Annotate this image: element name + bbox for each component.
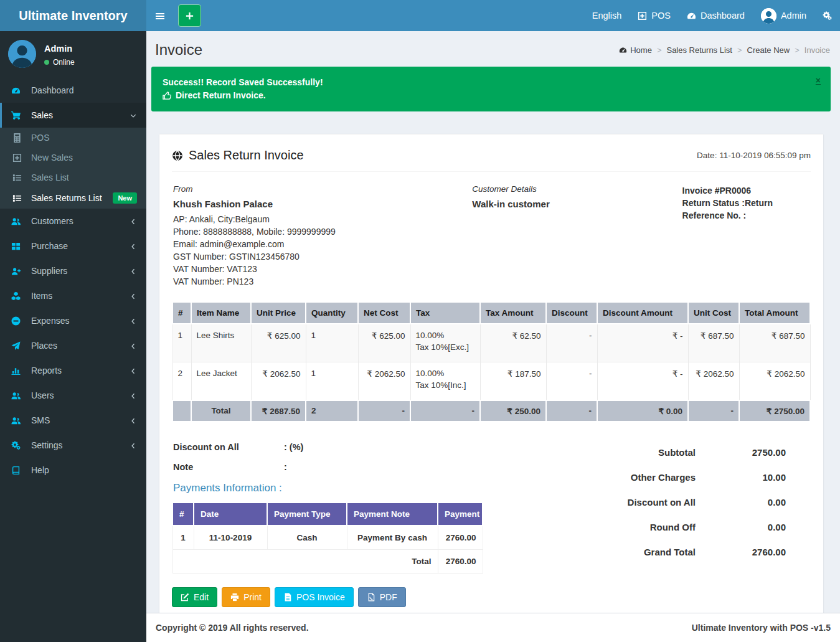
close-icon[interactable]: × [816,74,821,87]
chevron-down-icon [130,111,137,119]
grand-total-row: Grand Total2760.00 [579,547,786,557]
company-address: AP: Ankali, City:Belgaum [173,213,472,225]
company-phone: Phone: 8888888888, Mobile: 9999999999 [173,225,472,238]
version-text: Ultimate Inventory with POS -v1.5 [692,623,831,633]
chevron-left-icon [130,217,137,225]
sidebar-item-new-sales[interactable]: New Sales [0,148,146,168]
invoice-meta-section: Invoice #PR0006 Return Status :Return Re… [682,184,809,288]
edit-icon [181,593,189,602]
breadcrumb-current: Invoice [805,45,830,55]
sidebar-item-dashboard[interactable]: Dashboard [0,78,146,103]
invoice-number: Invoice #PR0006 [682,184,809,197]
footer: Copyright © 2019 All rights reserved. Ul… [146,613,840,642]
totals-summary: Subtotal2750.00 Other Charges10.00 Disco… [579,438,811,574]
invoice-title: Sales Return Invoice [172,148,304,163]
plus-square-icon [638,11,647,21]
nav-dashboard-link[interactable]: Dashboard [679,0,753,31]
online-status-label: Online [53,58,75,67]
gears-icon [823,11,832,21]
sidebar-item-sms[interactable]: SMS [0,408,146,433]
chevron-left-icon [130,392,137,399]
pdf-button[interactable]: PDF [358,587,406,607]
breadcrumb-sales-returns-list[interactable]: Sales Returns List [666,45,732,55]
sales-submenu: POS New Sales Sales List Sales Returns L… [0,128,146,209]
printer-icon [230,593,239,602]
globe-icon [172,150,183,161]
sidebar-item-users[interactable]: Users [0,383,146,408]
payments-table: # Date Payment Type Payment Note Payment… [172,502,483,574]
chevron-left-icon [130,292,137,300]
payments-total-row: Total 2760.00 [172,550,483,574]
sidebar-item-customers[interactable]: Customers [0,209,146,234]
success-alert: Success!! Record Saved Successfully! Dir… [151,67,831,111]
avatar [761,8,776,24]
users-icon [11,391,25,400]
company-name: Khush Fashion Palace [173,199,472,209]
sidebar-toggle-button[interactable] [146,0,173,31]
items-total-row: Total ₹ 2687.50 2 - - ₹ 250.00 - ₹ 0.00 … [172,400,810,422]
user-menu[interactable]: Admin [753,0,814,31]
home-icon [619,46,627,54]
page-title: Invoice [155,41,202,59]
cubes-icon [11,291,25,301]
payments-heading: Payments Information : [173,482,579,494]
hamburger-icon [155,11,164,21]
other-charges-row: Other Charges10.00 [579,472,786,483]
from-section: From Khush Fashion Palace AP: Ankali, Ci… [173,184,472,288]
brand-logo[interactable]: Ultimate Inventory [0,0,146,31]
items-table-header-row: # Item Name Unit Price Quantity Net Cost… [172,302,810,324]
book-icon [11,466,25,475]
return-status: Return Status :Return [682,197,809,209]
table-row: 1 Lee Shirts ₹ 625.00 1 ₹ 625.00 10.00%T… [172,324,810,362]
edit-button[interactable]: Edit [172,587,217,607]
breadcrumb-home[interactable]: Home [619,45,652,55]
company-vat1: VAT Number: VAT123 [173,263,472,275]
note-row: Note : [173,462,579,472]
round-off-row: Round Off0.00 [579,522,786,532]
thumbs-up-icon [163,91,172,100]
sidebar-item-places[interactable]: Places [0,333,146,358]
breadcrumb-create-new[interactable]: Create New [747,45,790,55]
discount-on-all-row: Discount on All : (%) [173,442,579,452]
user-plus-icon [11,267,25,276]
top-navbar: Ultimate Inventory English POS Dashboard… [0,0,840,31]
sidebar-item-reports[interactable]: Reports [0,358,146,383]
breadcrumb: Home > Sales Returns List > Create New >… [619,45,830,55]
chevron-left-icon [130,441,137,449]
payments-header-row: # Date Payment Type Payment Note Payment [172,503,483,526]
customer-section: Customer Details Walk-in customer [472,184,682,288]
sidebar-item-settings[interactable]: Settings [0,433,146,458]
chevron-left-icon [130,242,137,250]
sidebar-item-help[interactable]: Help [0,458,146,483]
chevron-left-icon [130,317,137,324]
dashboard-icon [687,11,696,21]
sidebar-item-suppliers[interactable]: Suppliers [0,258,146,283]
invoice-date: Date: 11-10-2019 06:55:09 pm [697,151,811,160]
sidebar-item-sales[interactable]: Sales [0,103,146,128]
discount-on-all-summary-row: Discount on All0.00 [579,497,786,507]
chevron-left-icon [130,342,137,349]
bar-chart-icon [11,366,25,375]
print-button[interactable]: Print [222,587,270,607]
online-status-dot [44,60,49,65]
customer-details-label: Customer Details [472,184,682,194]
company-vat2: VAT Number: PN123 [173,275,472,288]
nav-pos-link[interactable]: POS [630,0,679,31]
settings-menu[interactable] [814,0,840,31]
chevron-left-icon [130,267,137,275]
quick-add-button[interactable] [178,4,201,27]
pos-invoice-button[interactable]: POS Invoice [275,587,354,607]
users-icon [11,416,25,425]
invoice-card: Sales Return Invoice Date: 11-10-2019 06… [159,134,823,613]
sidebar-item-sales-returns-list[interactable]: Sales Returns List New [0,187,146,209]
sidebar-item-expenses[interactable]: Expenses [0,308,146,333]
sidebar-item-sales-list[interactable]: Sales List [0,168,146,187]
sidebar-user-panel: Admin Online [0,31,146,78]
sidebar-item-purchase[interactable]: Purchase [0,234,146,258]
language-menu[interactable]: English [584,0,630,31]
cart-icon [11,111,25,120]
sidebar-item-items[interactable]: Items [0,283,146,308]
chevron-left-icon [130,417,137,424]
gears-icon [11,441,25,450]
sidebar-item-pos[interactable]: POS [0,128,146,148]
